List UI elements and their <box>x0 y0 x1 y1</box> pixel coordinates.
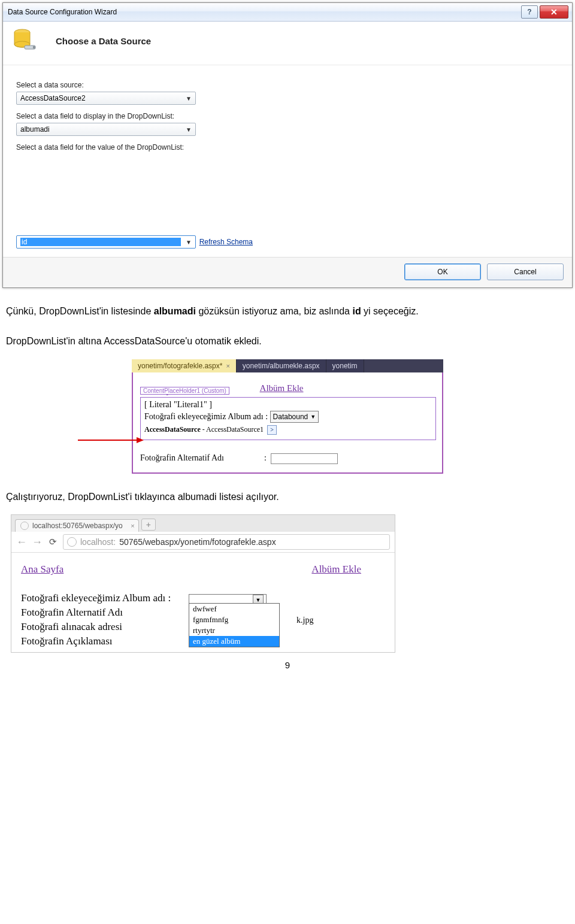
smart-tag-icon[interactable]: > <box>267 425 277 435</box>
database-icon <box>11 28 38 54</box>
tab-active[interactable]: yonetim/fotografekle.aspx* × <box>132 359 237 372</box>
refresh-schema-link[interactable]: Refresh Schema <box>199 238 253 246</box>
row-alt-ad: Fotoğrafin Alternatif Adı : <box>140 453 436 464</box>
reload-button[interactable]: ⟳ <box>47 537 58 547</box>
arrow-icon <box>78 437 144 443</box>
dropdown-item-selected[interactable]: en güzel albüm <box>189 636 279 647</box>
page-body: Ana Sayfa Albüm Ekle Fotoğrafi ekleyeceğ… <box>11 553 395 652</box>
url-host: localhost: <box>80 537 116 547</box>
display-field-combo[interactable]: albumadi ▼ <box>16 123 196 136</box>
text: yi seçeceğiz. <box>361 306 419 316</box>
dropdown-value: Databound <box>273 413 308 421</box>
help-icon: ? <box>527 8 531 16</box>
text: Çünkü, DropDownList'in listesinde <box>6 306 154 316</box>
colon: : <box>264 453 267 462</box>
album-dropdown[interactable]: ▼ dwfwef fgnmfmnfg rtyrtytr en güzel alb… <box>189 591 267 606</box>
dropdown-list: dwfwef fgnmfmnfg rtyrtytr en güzel albüm <box>189 603 280 647</box>
ok-button[interactable]: OK <box>404 263 481 280</box>
label-select-source: Select a data source: <box>16 81 559 89</box>
tab-label: yonetim/albumekle.aspx <box>243 362 320 370</box>
text-fragment: k.jpg <box>296 616 313 625</box>
close-icon[interactable]: × <box>131 522 134 529</box>
tab-label: yonetim <box>332 362 358 370</box>
label-value-field: Select a data field for the value of the… <box>16 143 559 152</box>
dropdown-item[interactable]: fgnmfmnfg <box>189 614 279 625</box>
close-icon[interactable]: × <box>226 362 229 369</box>
dropdown-item[interactable]: dwfwef <box>189 604 279 614</box>
tab-label: yonetim/fotografekle.aspx* <box>138 362 222 370</box>
dialog-header-title: Choose a Data Source <box>56 36 151 46</box>
close-button[interactable]: ✕ <box>540 5 568 19</box>
row-album-adi: Fotoğrafi ekleyeceğimiz Album adı : ▼ dw… <box>21 591 385 605</box>
editor-tabstrip: yonetim/fotografekle.aspx* × yonetim/alb… <box>132 359 443 372</box>
value-field-combo[interactable]: id ▼ <box>16 235 196 249</box>
browser-tab[interactable]: localhost:50765/webaspx/yo × <box>15 519 139 532</box>
link-album-ekle[interactable]: Albüm Ekle <box>311 564 361 575</box>
text: gözüksün istiyoruz ama, biz aslında <box>196 306 352 316</box>
back-button[interactable]: ← <box>16 536 27 549</box>
row-label: Fotoğrafi ekleyeceğimiz Album adı : <box>21 592 189 604</box>
dialog-button-row: OK Cancel <box>3 257 572 287</box>
text-bold: id <box>352 306 361 316</box>
address-bar[interactable]: localhost:50765/webaspx/yonetim/fotograf… <box>63 534 390 550</box>
vs-designer-screenshot: yonetim/fotografekle.aspx* × yonetim/alb… <box>132 359 443 474</box>
databound-dropdown[interactable]: Databound ▼ <box>270 411 319 423</box>
paragraph-3: Çalıştırıyoruz, DropDownList'i tıklayınc… <box>6 490 569 504</box>
tab-title: localhost:50765/webaspx/yo <box>32 522 123 530</box>
row-album-adi: Fotoğrafi ekleyeceğimiz Album adı : Data… <box>144 411 432 423</box>
row-label: Fotoğrafin Alternatif Adı <box>21 607 189 619</box>
text-bold: albumadi <box>154 306 196 316</box>
new-tab-button[interactable]: + <box>141 519 156 531</box>
cancel-button-label: Cancel <box>514 268 536 276</box>
link-anasayfa[interactable]: Ana Sayfa <box>21 564 63 575</box>
globe-icon <box>67 537 77 547</box>
tab-inactive[interactable]: yonetim/albumekle.aspx <box>237 359 326 372</box>
forward-button[interactable]: → <box>32 536 43 549</box>
dialog-titlebar: Data Source Configuration Wizard ? ✕ <box>3 3 572 22</box>
chevron-down-icon: ▼ <box>184 126 193 133</box>
dialog-title: Data Source Configuration Wizard <box>8 8 521 16</box>
dialog-form: Select a data source: AccessDataSource2 … <box>3 65 572 257</box>
dialog-body: Choose a Data Source Select a data sourc… <box>3 22 572 287</box>
contentplaceholder-tag: ContentPlaceHolder1 (Custom) <box>140 387 229 395</box>
help-button[interactable]: ? <box>521 5 538 19</box>
chevron-down-icon: ▼ <box>184 95 193 102</box>
chevron-right-icon: > <box>270 426 274 433</box>
label-display-field: Select a data field to display in the Dr… <box>16 112 559 120</box>
value-field-value: id <box>20 238 181 246</box>
ok-button-label: OK <box>437 268 447 276</box>
chevron-down-icon: ▼ <box>184 239 193 246</box>
row-label: Fotoğrafi alınacak adresi <box>21 621 189 633</box>
url-path: 50765/webaspx/yonetim/fotografekle.aspx <box>119 537 276 547</box>
dialog-header: Choose a Data Source <box>3 22 572 65</box>
close-icon: ✕ <box>550 7 558 17</box>
tab-inactive[interactable]: yonetim <box>326 359 364 372</box>
row-label: Fotoğrafin Alternatif Adı <box>140 453 224 462</box>
datasource-combo-value: AccessDataSource2 <box>20 94 181 102</box>
favicon-icon <box>20 522 29 530</box>
svg-rect-3 <box>33 46 35 49</box>
design-surface: Ana Sayfa Albüm Ekle ContentPlaceHolder1… <box>132 372 443 474</box>
svg-marker-5 <box>137 437 144 443</box>
config-wizard-dialog: Data Source Configuration Wizard ? ✕ Cho… <box>2 2 573 288</box>
row-label: Fotoğrafin Açıklaması <box>21 635 189 647</box>
browser-tabstrip: localhost:50765/webaspx/yo × + <box>11 515 395 532</box>
page-nav: Ana Sayfa Albüm Ekle <box>21 564 385 575</box>
paragraph-1: Çünkü, DropDownList'in listesinde albuma… <box>6 305 569 318</box>
page-number: 9 <box>0 660 575 670</box>
browser-toolbar: ← → ⟳ localhost:50765/webaspx/yonetim/fo… <box>11 532 395 553</box>
text-input[interactable] <box>271 453 338 464</box>
paragraph-2: DropDownList'in altına AccessDataSource'… <box>6 335 569 348</box>
display-field-value: albumadi <box>20 125 181 134</box>
dropdown-item[interactable]: rtyrtytr <box>189 625 279 636</box>
ads-label-rest: - AccessDataSource1 <box>201 425 264 434</box>
row-label: Fotoğrafi ekleyeceğimiz Album adı : <box>144 412 268 421</box>
browser-screenshot: localhost:50765/webaspx/yo × + ← → ⟳ loc… <box>11 514 395 653</box>
chevron-down-icon: ▼ <box>310 414 316 420</box>
literal-control: [ Literal "Literal1" ] <box>144 400 432 410</box>
datasource-combo[interactable]: AccessDataSource2 ▼ <box>16 92 196 105</box>
plus-icon: + <box>146 520 151 529</box>
cancel-button[interactable]: Cancel <box>487 263 564 280</box>
accessdatasource-control[interactable]: AccessDataSource - AccessDataSource1 > <box>144 425 277 435</box>
ads-label-bold: AccessDataSource <box>144 425 201 434</box>
